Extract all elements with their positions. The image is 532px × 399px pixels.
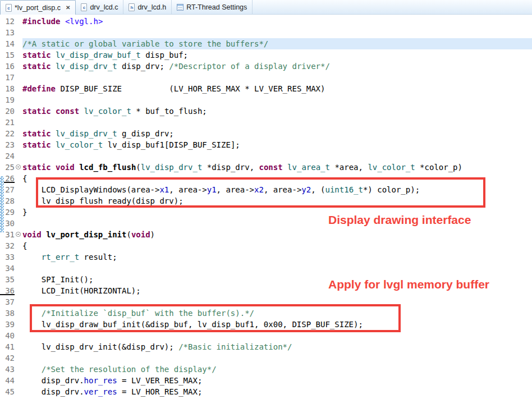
gutter[interactable]: 34 xyxy=(0,263,22,274)
gutter[interactable]: 21 xyxy=(0,117,22,128)
code-line[interactable]: 31void lv_port_disp_init(void) xyxy=(0,229,532,240)
gutter[interactable]: 33 xyxy=(0,251,22,263)
code-line[interactable]: 25static void lcd_fb_flush(lv_disp_drv_t… xyxy=(0,162,532,173)
gutter[interactable]: 19 xyxy=(0,94,22,106)
code-text[interactable] xyxy=(22,218,532,229)
tab-drv-lcd-h[interactable]: hdrv_lcd.h xyxy=(123,0,172,14)
code-text[interactable]: disp_drv.hor_res = LV_VER_RES_MAX; xyxy=(22,375,532,386)
code-line[interactable]: 28 lv_disp_flush_ready(disp_drv); xyxy=(0,195,532,207)
code-line[interactable]: 34 xyxy=(0,263,532,274)
code-line[interactable]: 17 xyxy=(0,72,532,83)
gutter[interactable]: 23 xyxy=(0,139,22,150)
code-editor[interactable]: 12#include <lvgl.h>1314/*A static or glo… xyxy=(0,15,532,399)
code-text[interactable]: { xyxy=(22,173,532,184)
code-text[interactable] xyxy=(22,27,532,38)
code-text[interactable] xyxy=(22,263,532,274)
code-text[interactable]: static lv_disp_draw_buf_t disp_buf; xyxy=(22,49,532,61)
gutter[interactable]: 35 xyxy=(0,274,22,285)
code-line[interactable]: 35 SPI_Init(); xyxy=(0,274,532,285)
gutter[interactable]: 37 xyxy=(0,296,22,308)
code-line[interactable]: 32{ xyxy=(0,240,532,251)
gutter[interactable]: 24 xyxy=(0,150,22,162)
code-text[interactable] xyxy=(22,330,532,341)
code-line[interactable]: 19 xyxy=(0,94,532,106)
gutter[interactable]: 43 xyxy=(0,364,22,375)
gutter[interactable]: 42 xyxy=(0,352,22,364)
code-text[interactable] xyxy=(22,72,532,83)
gutter[interactable]: 18 xyxy=(0,83,22,94)
code-text[interactable]: /*Initialize `disp_buf` with the buffer(… xyxy=(22,308,532,319)
code-line[interactable]: 16static lv_disp_drv_t disp_drv; /*Descr… xyxy=(0,61,532,72)
tab-drv-lcd-c[interactable]: cdrv_lcd.c xyxy=(76,0,123,14)
code-line[interactable]: 22static lv_disp_drv_t g_disp_drv; xyxy=(0,128,532,139)
code-text[interactable]: static lv_color_t lv_disp_buf1[DISP_BUF_… xyxy=(22,139,532,150)
code-line[interactable]: 21 xyxy=(0,117,532,128)
code-text[interactable]: #include <lvgl.h> xyxy=(22,16,532,27)
code-text[interactable]: static const lv_color_t * buf_to_flush; xyxy=(22,106,532,117)
code-line[interactable]: 45 disp_drv.ver_res = LV_HOR_RES_MAX; xyxy=(0,386,532,397)
code-line[interactable]: 41 lv_disp_drv_init(&disp_drv); /*Basic … xyxy=(0,341,532,352)
code-line[interactable]: 18#define DISP_BUF_SIZE (LV_HOR_RES_MAX … xyxy=(0,83,532,94)
gutter[interactable]: 45 xyxy=(0,386,22,397)
code-text[interactable]: lv_disp_flush_ready(disp_drv); xyxy=(22,195,532,207)
code-line[interactable]: 33 rt_err_t result; xyxy=(0,251,532,263)
code-text[interactable]: lv_disp_drv_init(&disp_drv); /*Basic ini… xyxy=(22,341,532,352)
gutter[interactable]: 16 xyxy=(0,61,22,72)
gutter[interactable]: 36 xyxy=(0,285,22,296)
close-icon[interactable]: ✕ xyxy=(66,4,70,11)
code-line[interactable]: 39 lv_disp_draw_buf_init(&disp_buf, lv_d… xyxy=(0,319,532,330)
gutter[interactable]: 22 xyxy=(0,128,22,139)
code-line[interactable]: 29} xyxy=(0,207,532,218)
code-text[interactable] xyxy=(22,117,532,128)
code-line[interactable]: 12#include <lvgl.h> xyxy=(0,16,532,27)
tab-rt-thread-settings[interactable]: RT-Thread Settings xyxy=(172,0,253,14)
code-line[interactable]: 38 /*Initialize `disp_buf` with the buff… xyxy=(0,308,532,319)
code-text[interactable]: { xyxy=(22,240,532,251)
code-line[interactable]: 23static lv_color_t lv_disp_buf1[DISP_BU… xyxy=(0,139,532,150)
code-line[interactable]: 40 xyxy=(0,330,532,341)
gutter[interactable]: 13 xyxy=(0,27,22,38)
gutter[interactable]: 38 xyxy=(0,308,22,319)
code-line[interactable]: 24 xyxy=(0,150,532,162)
gutter[interactable]: 25 xyxy=(0,162,22,173)
code-text[interactable]: rt_err_t result; xyxy=(22,251,532,263)
code-line[interactable]: 26{ xyxy=(0,173,532,184)
code-line[interactable]: 30 xyxy=(0,218,532,229)
code-text[interactable]: #define DISP_BUF_SIZE (LV_HOR_RES_MAX * … xyxy=(22,83,532,94)
code-line[interactable]: 36 LCD_Init(HORIZONTAL); xyxy=(0,285,532,296)
gutter[interactable]: 40 xyxy=(0,330,22,341)
code-line[interactable]: 44 disp_drv.hor_res = LV_VER_RES_MAX; xyxy=(0,375,532,386)
gutter[interactable]: 32 xyxy=(0,240,22,251)
code-line[interactable]: 14/*A static or global variable to store… xyxy=(0,38,532,49)
gutter[interactable]: 39 xyxy=(0,319,22,330)
code-text[interactable] xyxy=(22,296,532,308)
gutter[interactable]: 17 xyxy=(0,72,22,83)
fold-collapse-icon[interactable] xyxy=(16,164,21,169)
code-text[interactable]: disp_drv.ver_res = LV_HOR_RES_MAX; xyxy=(22,386,532,397)
code-text[interactable]: static lv_disp_drv_t g_disp_drv; xyxy=(22,128,532,139)
code-line[interactable]: 13 xyxy=(0,27,532,38)
code-text[interactable]: LCD_DisplayWindows(area->x1, area->y1, a… xyxy=(22,184,532,195)
code-text[interactable] xyxy=(22,94,532,106)
code-line[interactable]: 20static const lv_color_t * buf_to_flush… xyxy=(0,106,532,117)
code-text[interactable]: lv_disp_draw_buf_init(&disp_buf, lv_disp… xyxy=(22,319,532,330)
code-text[interactable] xyxy=(22,150,532,162)
code-text[interactable]: } xyxy=(22,207,532,218)
code-line[interactable]: 27 LCD_DisplayWindows(area->x1, area->y1… xyxy=(0,184,532,195)
code-line[interactable]: 43 /*Set the resolution of the display*/ xyxy=(0,364,532,375)
gutter[interactable]: 20 xyxy=(0,106,22,117)
code-line[interactable]: 37 xyxy=(0,296,532,308)
code-text[interactable]: /*A static or global variable to store t… xyxy=(22,38,532,49)
code-text[interactable] xyxy=(22,352,532,364)
code-text[interactable]: static lv_disp_drv_t disp_drv; /*Descrip… xyxy=(22,61,532,72)
gutter[interactable]: 14 xyxy=(0,38,22,49)
code-line[interactable]: 42 xyxy=(0,352,532,364)
tab--lv-port-disp-c[interactable]: c*lv_port_disp.c✕ xyxy=(0,0,76,15)
fold-collapse-icon[interactable] xyxy=(16,232,21,237)
code-line[interactable]: 15static lv_disp_draw_buf_t disp_buf; xyxy=(0,49,532,61)
code-text[interactable]: LCD_Init(HORIZONTAL); xyxy=(22,285,532,296)
gutter[interactable]: 44 xyxy=(0,375,22,386)
code-text[interactable]: /*Set the resolution of the display*/ xyxy=(22,364,532,375)
gutter[interactable]: 12 xyxy=(0,16,22,27)
gutter[interactable]: 15 xyxy=(0,49,22,61)
